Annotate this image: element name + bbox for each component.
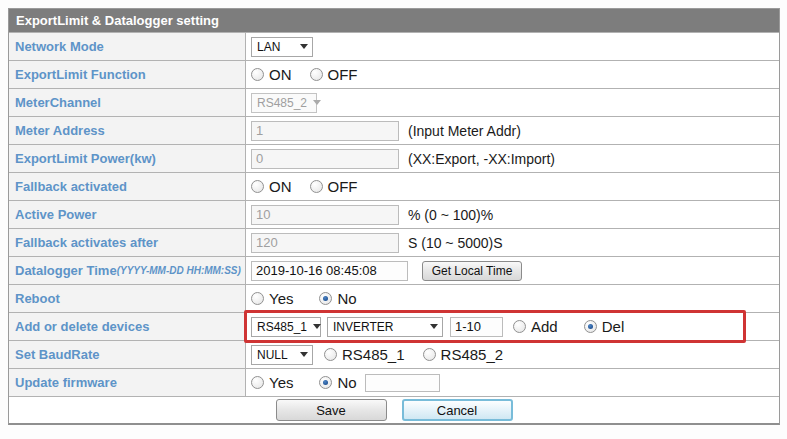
firmware-yes-radio[interactable] [251,376,264,389]
chevron-down-icon [430,324,438,329]
baudrate-rs485-2-label: RS485_2 [441,346,504,363]
row-meter-address: Meter Address (Input Meter Addr) [9,116,779,144]
exportlimit-function-label: ExportLimit Function [9,61,246,88]
meter-address-note: (Input Meter Addr) [408,123,521,139]
row-meter-channel: MeterChannel RS485_2 [9,88,779,116]
exportlimit-power-label: ExportLimit Power(kw) [9,145,246,172]
network-mode-select[interactable]: LAN [251,37,313,57]
add-delete-channel-select[interactable]: RS485_1 [251,317,321,337]
exportlimit-power-note: (XX:Export, -XX:Import) [408,151,555,167]
device-range-input[interactable] [450,317,503,337]
active-power-label: Active Power [9,201,246,228]
firmware-yes-label: Yes [269,374,293,391]
active-power-input [251,205,399,225]
datalogger-time-input[interactable] [251,261,408,281]
row-fallback-activated: Fallback activated ON OFF [9,172,779,200]
firmware-no-label: No [337,374,356,391]
firmware-file-input[interactable] [365,374,440,392]
fallback-off-label: OFF [328,178,358,195]
meter-channel-select: RS485_2 [251,93,317,113]
row-datalogger-time: Datalogger Time(YYYY-MM-DD HH:MM:SS) Get… [9,256,779,284]
row-network-mode: Network Mode LAN [9,32,779,60]
settings-table: ExportLimit & Datalogger setting Network… [8,8,780,425]
update-firmware-label: Update firmware [9,369,246,396]
add-delete-devices-label: Add or delete devices [9,313,246,340]
chevron-down-icon [313,324,321,329]
fallback-after-note: S (10 ~ 5000)S [408,235,503,251]
row-active-power: Active Power % (0 ~ 100)% [9,200,779,228]
meter-address-input [251,121,399,141]
cancel-button[interactable]: Cancel [402,399,513,421]
reboot-yes-label: Yes [269,290,293,307]
baudrate-rs485-1-radio[interactable] [324,348,337,361]
chevron-down-icon [300,44,308,49]
fallback-after-input [251,233,399,253]
fallback-on-radio[interactable] [251,180,264,193]
reboot-no-radio[interactable] [319,292,332,305]
add-delete-device-select[interactable]: INVERTER [327,317,443,337]
meter-address-label: Meter Address [9,117,246,144]
exportlimit-on-label: ON [269,66,292,83]
add-delete-device-value: INVERTER [333,320,393,334]
page-title: ExportLimit & Datalogger setting [9,9,779,32]
chevron-down-icon [300,352,308,357]
row-exportlimit-function: ExportLimit Function ON OFF [9,60,779,88]
reboot-no-label: No [337,290,356,307]
reboot-label: Reboot [9,285,246,312]
baudrate-select[interactable]: NULL [251,345,313,365]
datalogger-time-label: Datalogger Time [15,263,117,278]
row-set-baudrate: Set BaudRate NULL RS485_1 RS485_2 [9,340,779,368]
exportlimit-power-input [251,149,399,169]
meter-channel-label: MeterChannel [9,89,246,116]
row-exportlimit-power: ExportLimit Power(kw) (XX:Export, -XX:Im… [9,144,779,172]
row-update-firmware: Update firmware Yes No [9,368,779,396]
meter-channel-select-value: RS485_2 [257,96,307,110]
del-radio[interactable] [584,320,597,333]
add-radio[interactable] [513,320,526,333]
buttons-row: Save Cancel [9,396,779,423]
fallback-off-radio[interactable] [310,180,323,193]
network-mode-label: Network Mode [9,33,246,60]
add-delete-channel-value: RS485_1 [257,320,307,334]
baudrate-select-value: NULL [257,348,288,362]
get-local-time-button[interactable]: Get Local Time [422,261,522,281]
fallback-activated-label: Fallback activated [9,173,246,200]
exportlimit-off-label: OFF [328,66,358,83]
fallback-on-label: ON [269,178,292,195]
exportlimit-on-radio[interactable] [251,68,264,81]
fallback-after-label: Fallback activates after [9,229,246,256]
row-reboot: Reboot Yes No [9,284,779,312]
row-fallback-after: Fallback activates after S (10 ~ 5000)S [9,228,779,256]
chevron-down-icon [313,100,321,105]
active-power-note: % (0 ~ 100)% [408,207,493,223]
set-baudrate-label: Set BaudRate [9,341,246,368]
exportlimit-off-radio[interactable] [310,68,323,81]
network-mode-select-value: LAN [257,40,280,54]
firmware-no-radio[interactable] [319,376,332,389]
baudrate-rs485-2-radio[interactable] [423,348,436,361]
datalogger-time-format-hint: (YYYY-MM-DD HH:MM:SS) [117,265,241,276]
del-label: Del [602,318,625,335]
baudrate-rs485-1-label: RS485_1 [342,346,405,363]
add-label: Add [531,318,558,335]
save-button[interactable]: Save [276,399,387,421]
reboot-yes-radio[interactable] [251,292,264,305]
row-add-delete-devices: Add or delete devices RS485_1 INVERTER A… [9,312,779,340]
